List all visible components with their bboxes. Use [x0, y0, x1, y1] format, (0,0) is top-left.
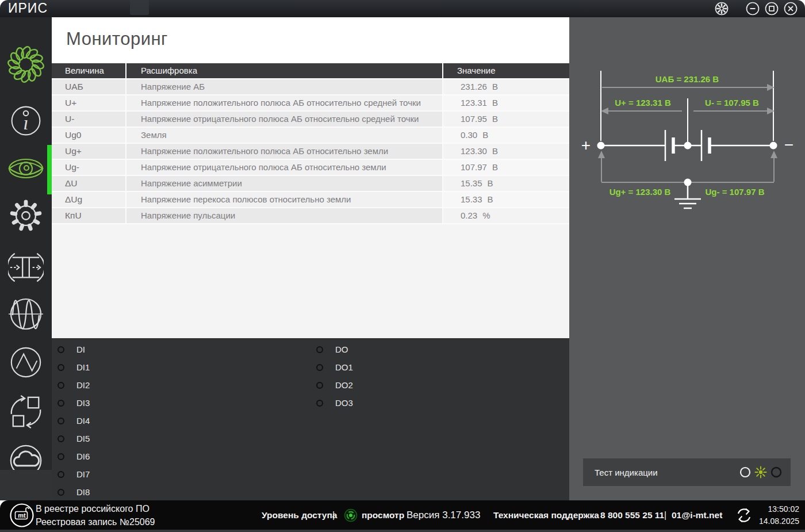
- app-title: ИРИС: [8, 1, 48, 16]
- table-header-row: Величина Расшифровка Значение: [52, 63, 569, 79]
- quantity-cell: Ug+: [52, 144, 126, 159]
- value-number: 107.95: [461, 114, 487, 124]
- indicator-lamp-icon: [57, 453, 64, 460]
- value-number: 107.97: [461, 162, 487, 172]
- digital-input-item: DI4: [57, 416, 90, 426]
- support-email[interactable]: 01@i-mt.net: [672, 500, 722, 530]
- mt-logo: mt: [9, 503, 34, 530]
- support-label: Техническая поддержка: [493, 500, 599, 530]
- maximize-button[interactable]: [765, 2, 779, 16]
- battery-diagram-panel: UАБ = 231.26 В U+ = 123.31 В U- = 107.95…: [569, 17, 805, 500]
- plus-terminal-label: +: [581, 136, 591, 154]
- indicator-lamp-icon: [57, 400, 64, 407]
- description-cell: Напряжение положительного полюса АБ отно…: [126, 95, 443, 110]
- table-row[interactable]: UАБ Напряжение АБ 231.26В: [52, 79, 569, 95]
- sidebar-item-oscillogram[interactable]: [7, 297, 44, 334]
- table-row[interactable]: КпU Напряжение пульсации 0.23%: [52, 208, 569, 224]
- indicator-label: DI5: [76, 434, 90, 443]
- quantity-cell: ΔU: [52, 176, 126, 191]
- sidebar-item-monitoring[interactable]: [7, 151, 44, 188]
- io-test-icon: [8, 250, 44, 288]
- indicator-label: DO3: [335, 398, 353, 408]
- table-row[interactable]: Ug- Напряжение отрицательного полюса АБ …: [52, 160, 569, 176]
- maximize-icon: [765, 2, 779, 16]
- clock: 13:50:02 14.08.2025: [759, 503, 799, 527]
- digital-outputs-list: DO DO1 DO2 DO3: [316, 345, 353, 408]
- current-time: 13:50:02: [759, 503, 799, 515]
- digital-input-item: DI8: [57, 487, 90, 497]
- quantity-cell: U+: [52, 95, 126, 110]
- sidebar-item-io-test[interactable]: [7, 250, 44, 287]
- value-unit: В: [492, 98, 498, 108]
- separator: |: [332, 500, 335, 530]
- digital-output-item: DO2: [316, 380, 353, 390]
- page-title: Мониторинг: [66, 29, 168, 49]
- ug-minus-voltage-label: Ug- = 107.97 В: [706, 187, 765, 197]
- statusbar: mt В реестре российского ПО Реестровая з…: [0, 500, 805, 530]
- access-level-eye-icon: [344, 508, 358, 525]
- table-row[interactable]: U+ Напряжение положительного полюса АБ о…: [52, 95, 569, 112]
- app-version: Версия 3.17.933: [407, 500, 480, 530]
- sidebar-item-sync[interactable]: [7, 395, 44, 431]
- value-number: 15.35: [461, 178, 482, 188]
- gear-icon: [715, 2, 729, 16]
- table-row[interactable]: Ug+ Напряжение положительного полюса АБ …: [52, 144, 569, 160]
- titlebar[interactable]: ИРИС: [0, 0, 805, 17]
- lamp-dark-icon: [770, 466, 783, 479]
- minus-terminal-label: −: [784, 136, 793, 154]
- value-unit: В: [492, 162, 498, 172]
- gear-icon: [8, 198, 44, 236]
- indicator-lamp-icon: [57, 489, 64, 496]
- digital-output-item: DO1: [316, 362, 353, 372]
- digital-output-item: DO: [316, 345, 353, 354]
- access-level-label: Уровень доступа: [262, 500, 337, 530]
- digital-output-item: DO3: [316, 398, 353, 408]
- table-row[interactable]: Ug0 Земля 0.30В: [52, 128, 569, 144]
- lamp-white-icon: [739, 466, 752, 479]
- header-value: Значение: [443, 63, 569, 78]
- value-unit: %: [482, 210, 490, 220]
- digital-input-item: DI1: [57, 362, 90, 372]
- value-cell: 107.97В: [443, 160, 569, 175]
- sidebar-item-info[interactable]: ı: [7, 104, 44, 140]
- digital-input-item: DI7: [57, 469, 90, 479]
- table-row[interactable]: U- Напряжение отрицательного полюса АБ о…: [52, 112, 569, 128]
- digital-input-item: DI3: [57, 398, 90, 408]
- description-cell: Напряжение пульсации: [126, 208, 443, 223]
- indicator-lamp-icon: [57, 346, 64, 353]
- monitoring-table: Величина Расшифровка Значение UАБ Напряж…: [52, 63, 569, 338]
- close-button[interactable]: [784, 2, 798, 16]
- refresh-button[interactable]: [736, 507, 752, 526]
- titlebar-settings-button[interactable]: [715, 2, 729, 16]
- minimize-button[interactable]: [746, 2, 760, 16]
- description-cell: Напряжение отрицательного полюса АБ отно…: [126, 160, 443, 175]
- indicator-lamp-icon: [316, 382, 323, 389]
- value-cell: 231.26В: [443, 79, 569, 94]
- uab-voltage-label: UАБ = 231.26 В: [656, 74, 719, 84]
- description-cell: Напряжение отрицательного полюса АБ отно…: [126, 112, 443, 127]
- sidebar-bottom-patch: [0, 470, 52, 500]
- sine-wave-icon: [7, 294, 44, 336]
- close-icon: [784, 2, 798, 16]
- support-phone[interactable]: 8 800 555 25 11: [600, 500, 664, 530]
- sync-exchange-icon: [8, 394, 44, 432]
- quantity-cell: UАБ: [52, 79, 126, 94]
- value-number: 15.33: [461, 194, 482, 204]
- description-cell: Напряжение положительного полюса АБ отно…: [126, 144, 443, 159]
- value-unit: В: [492, 82, 498, 91]
- indicator-label: DI7: [76, 469, 90, 479]
- sidebar-item-waveform[interactable]: [7, 345, 44, 382]
- description-cell: Напряжение асимметрии: [126, 176, 443, 191]
- sidebar-item-settings[interactable]: [7, 198, 44, 235]
- lamp-sun-icon: [753, 465, 768, 480]
- indicator-lamp-icon: [57, 382, 64, 389]
- indication-test-button[interactable]: Тест индикации: [583, 458, 791, 486]
- value-cell: 107.95В: [443, 112, 569, 127]
- indicator-label: DI4: [76, 416, 90, 426]
- table-row[interactable]: ΔUg Напряжение перекоса полюсов относите…: [52, 192, 569, 208]
- table-row[interactable]: ΔU Напряжение асимметрии 15.35В: [52, 176, 569, 192]
- quantity-cell: КпU: [52, 208, 126, 223]
- value-cell: 15.35В: [443, 176, 569, 191]
- value-unit: В: [488, 194, 493, 204]
- digital-input-item: DI6: [57, 451, 90, 461]
